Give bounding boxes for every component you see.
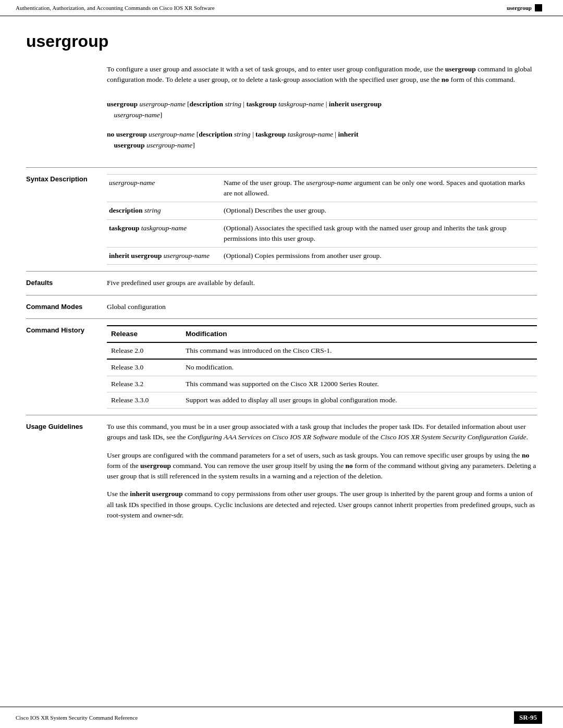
syntax-table: usergroup-name Name of the user group. T… xyxy=(107,174,537,265)
history-row: Release 3.2This command was supported on… xyxy=(107,376,537,392)
command-history-section: Command History Release Modification Rel… xyxy=(26,318,537,415)
term-cell: description string xyxy=(107,202,222,219)
page-footer: Cisco IOS XR System Security Command Ref… xyxy=(0,707,563,728)
desc-cell: (Optional) Describes the user group. xyxy=(222,202,537,219)
table-row: inherit usergroup usergroup-name (Option… xyxy=(107,248,537,265)
defaults-section: Defaults Five predefined user groups are… xyxy=(26,271,537,294)
term-cell: inherit usergroup usergroup-name xyxy=(107,248,222,265)
table-row: description string (Optional) Describes … xyxy=(107,202,537,219)
usage-guidelines-section: Usage Guidelines To use this command, yo… xyxy=(26,415,537,527)
defaults-label: Defaults xyxy=(26,278,107,288)
usage-guidelines-content: To use this command, you must be in a us… xyxy=(107,422,537,521)
header-right-text: usergroup xyxy=(507,5,532,11)
command-modes-text: Global configuration xyxy=(107,302,537,312)
usage-para-3: Use the inherit usergroup command to cop… xyxy=(107,489,537,521)
intro-text: To configure a user group and associate … xyxy=(107,64,537,85)
history-release: Release 3.0 xyxy=(107,359,181,376)
table-row: usergroup-name Name of the user group. T… xyxy=(107,174,537,202)
history-modification: No modification. xyxy=(181,359,537,376)
header-right: usergroup xyxy=(507,4,542,11)
history-row: Release 2.0This command was introduced o… xyxy=(107,342,537,359)
history-modification: Support was added to display all user gr… xyxy=(181,392,537,408)
history-row: Release 3.0No modification. xyxy=(107,359,537,376)
desc-cell: (Optional) Copies permissions from anoth… xyxy=(222,248,537,265)
usage-para-1: To use this command, you must be in a us… xyxy=(107,422,537,443)
history-row: Release 3.3.0Support was added to displa… xyxy=(107,392,537,408)
history-release: Release 2.0 xyxy=(107,342,181,359)
page-header: Authentication, Authorization, and Accou… xyxy=(0,0,563,16)
usage-guidelines-label: Usage Guidelines xyxy=(26,422,107,521)
defaults-text: Five predefined user groups are availabl… xyxy=(107,278,537,288)
syntax-cmd2: no usergroup usergroup-name [description… xyxy=(107,129,537,151)
history-header-row: Release Modification xyxy=(107,326,537,342)
command-modes-content: Global configuration xyxy=(107,302,537,312)
history-modification: This command was supported on the Cisco … xyxy=(181,376,537,392)
desc-cell: (Optional) Associates the specified task… xyxy=(222,219,537,248)
history-col2-header: Modification xyxy=(181,326,537,342)
header-black-box xyxy=(535,4,542,11)
command-history-label: Command History xyxy=(26,325,107,409)
history-release: Release 3.3.0 xyxy=(107,392,181,408)
history-col1-header: Release xyxy=(107,326,181,342)
intro-section: To configure a user group and associate … xyxy=(107,64,537,85)
main-content: usergroup To configure a user group and … xyxy=(0,16,563,558)
syntax-description-label: Syntax Description xyxy=(26,174,107,265)
term-cell: usergroup-name xyxy=(107,174,222,202)
syntax-cmd1-text: usergroup usergroup-name [description st… xyxy=(107,98,537,121)
syntax-description-section: Syntax Description usergroup-name Name o… xyxy=(26,167,537,272)
syntax-cmd1: usergroup usergroup-name [description st… xyxy=(107,98,537,121)
desc-cell: Name of the user group. The usergroup-na… xyxy=(222,174,537,202)
footer-left-text: Cisco IOS XR System Security Command Ref… xyxy=(16,714,138,721)
syntax-description-content: usergroup-name Name of the user group. T… xyxy=(107,174,537,265)
header-left-text: Authentication, Authorization, and Accou… xyxy=(16,5,215,11)
footer-right: SR-95 xyxy=(514,711,542,724)
page-title: usergroup xyxy=(26,32,537,51)
term-text: usergroup-name xyxy=(109,179,155,187)
defaults-content: Five predefined user groups are availabl… xyxy=(107,278,537,288)
command-modes-label: Command Modes xyxy=(26,302,107,312)
footer-page-number: SR-95 xyxy=(514,711,542,724)
command-history-content: Release Modification Release 2.0This com… xyxy=(107,325,537,409)
history-release: Release 3.2 xyxy=(107,376,181,392)
syntax-cmd2-text: no usergroup usergroup-name [description… xyxy=(107,129,537,151)
command-modes-section: Command Modes Global configuration xyxy=(26,295,537,318)
history-modification: This command was introduced on the Cisco… xyxy=(181,342,537,359)
usage-para-2: User groups are configured with the comm… xyxy=(107,450,537,482)
table-row: taskgroup taskgroup-name (Optional) Asso… xyxy=(107,219,537,248)
term-cell: taskgroup taskgroup-name xyxy=(107,219,222,248)
history-table: Release Modification Release 2.0This com… xyxy=(107,325,537,409)
